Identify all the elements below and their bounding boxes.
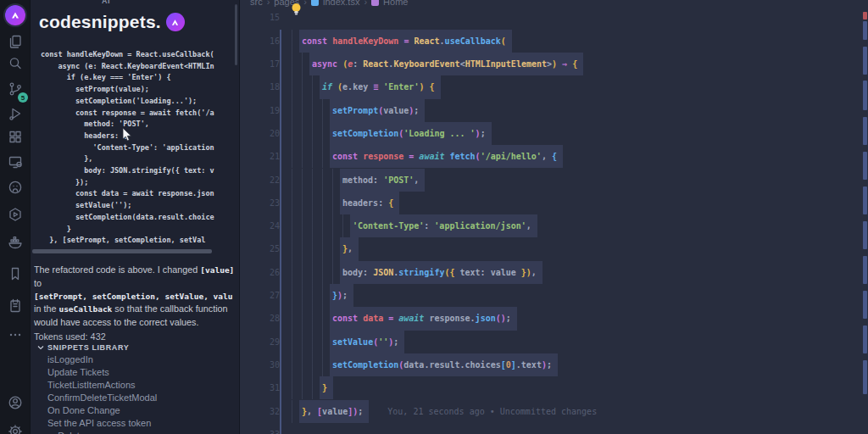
code-line-25[interactable]: 25},: [240, 237, 868, 260]
snippet-item[interactable]: Update Tickets: [31, 366, 240, 379]
code-line-26[interactable]: 26body: JSON.stringify({ text: value }),: [240, 261, 868, 284]
line-number: 22: [240, 169, 280, 192]
code-line-27[interactable]: 27});: [240, 284, 868, 307]
inserted-code-highlight: body: JSON.stringify({ text: value }),: [340, 261, 542, 284]
code-line-33[interactable]: 33: [240, 423, 868, 434]
sidebar-scrollbar[interactable]: [235, 4, 237, 65]
indent-guides: [292, 376, 322, 399]
remote-explorer-icon[interactable]: [0, 151, 31, 173]
docker-icon[interactable]: [0, 231, 31, 253]
more-ellipsis-icon[interactable]: [0, 324, 31, 346]
breadcrumb-separator: ›: [364, 0, 367, 7]
indent-guides: [292, 237, 342, 260]
code-line-28[interactable]: 28const data = await response.json();: [240, 307, 868, 330]
explanation-line: [setPrompt, setCompletion, setValue, val…: [34, 290, 234, 303]
settings-gear-icon[interactable]: [0, 420, 31, 434]
code-line-15[interactable]: 15: [240, 6, 868, 29]
breadcrumb[interactable]: src›pages›index.tsx›Home: [250, 0, 408, 8]
snippet-item[interactable]: Set the API access token: [31, 417, 240, 430]
indent-guides: [292, 122, 332, 145]
line-number: 33: [240, 423, 280, 434]
code-line-31[interactable]: 31}: [240, 376, 868, 399]
notebook-icon[interactable]: [0, 295, 31, 317]
files-icon[interactable]: [0, 31, 31, 53]
codesnippets-logo-icon[interactable]: [5, 5, 25, 25]
editor-pane[interactable]: src›pages›index.tsx›Home 1516const handl…: [240, 0, 868, 434]
indent-guides: [292, 261, 342, 284]
lightbulb-icon[interactable]: [291, 3, 302, 16]
chevron-down-icon: [37, 344, 44, 351]
chat-code-line: async (e: React.KeyboardEvent<HTMLIn: [41, 61, 234, 73]
breadcrumb-separator: ›: [303, 0, 307, 7]
breadcrumb-separator: ›: [267, 0, 270, 7]
code-line-18[interactable]: 18if (e.key ≡ 'Enter') {: [240, 75, 868, 98]
inserted-code-highlight: }: [320, 376, 333, 399]
snippets-library-header[interactable]: SNIPPETS LIBRARY: [31, 341, 240, 353]
code-line-17[interactable]: 17async (e: React.KeyboardEvent<HTMLInpu…: [240, 53, 868, 75]
snippets-library-list: isLoggedInUpdate TicketsTicketListItemAc…: [31, 353, 240, 434]
inserted-code-highlight: async (e: React.KeyboardEvent<HTMLInputE…: [309, 53, 583, 75]
code-line-23[interactable]: 23headers: {: [240, 192, 868, 214]
source-control-icon[interactable]: 5: [0, 78, 31, 100]
vscode-window: 5 AI codesnippets. const handleKeyDown =…: [0, 0, 868, 434]
code-line-20[interactable]: 20setCompletion('Loading ... ');: [240, 122, 868, 145]
ruler-change-mark: [863, 360, 867, 394]
source-control-badge: 5: [18, 92, 28, 103]
breadcrumb-item[interactable]: index.tsx: [323, 0, 359, 7]
breadcrumb-item[interactable]: Home: [383, 0, 408, 7]
brand-title: codesnippets.: [39, 12, 161, 32]
explanation-line: in the useCallback so that the callback …: [34, 303, 234, 316]
line-number: 16: [240, 30, 280, 53]
bookmark-icon[interactable]: [0, 263, 31, 285]
ruler-change-mark: [863, 186, 867, 214]
code-line-24[interactable]: 24'Content-Type': 'application/json',: [240, 214, 868, 237]
account-icon[interactable]: [0, 392, 31, 414]
code-line-32[interactable]: 32}, [value]);You, 21 seconds ago • Unco…: [240, 400, 868, 423]
code-line-29[interactable]: 29setValue('');: [240, 331, 868, 353]
github-icon[interactable]: [0, 176, 31, 198]
inserted-code-highlight: 'Content-Type': 'application/json',: [350, 214, 537, 237]
line-number: 30: [240, 353, 280, 376]
chat-code-line: if (e.key === 'Enter') {: [41, 72, 234, 84]
snippet-item[interactable]: ConfirmDeleteTicketModal: [31, 392, 240, 404]
code-line-21[interactable]: 21const response = await fetch('/api/hel…: [240, 145, 868, 168]
run-debug-icon[interactable]: [0, 103, 31, 125]
git-blame-annotation: You, 21 seconds ago • Uncommitted change…: [387, 407, 597, 416]
code-line-16[interactable]: 16const handleKeyDown = React.useCallbac…: [240, 30, 868, 53]
chat-code-line: setValue('');: [41, 200, 234, 212]
code-line-19[interactable]: 19setPrompt(value);: [240, 99, 868, 122]
breadcrumb-item[interactable]: src: [250, 0, 263, 7]
ai-chat-code-block[interactable]: const handleKeyDown = React.useCallback(…: [41, 49, 234, 247]
code-line-22[interactable]: 22method: 'POST',: [240, 169, 868, 192]
ruler-change-mark: [863, 117, 867, 145]
hexagon-play-icon[interactable]: [0, 203, 31, 225]
indent-guides: [292, 99, 332, 122]
code-lines[interactable]: 1516const handleKeyDown = React.useCallb…: [240, 0, 868, 434]
search-icon[interactable]: [0, 53, 31, 75]
snippet-item[interactable]: On Done Change: [31, 404, 240, 417]
line-number: 15: [240, 6, 280, 29]
inserted-code-highlight: const data = await response.json();: [330, 307, 517, 330]
indent-guides: [292, 331, 332, 353]
ruler-change-mark: [863, 21, 867, 40]
chat-code-line: 'Content-Type': 'application: [41, 142, 234, 154]
ai-explanation-text: The refactored code is above. I changed …: [34, 264, 234, 329]
sidebar-section-label: AI: [102, 0, 110, 5]
chat-code-line: setCompletion('Loading...');: [41, 96, 234, 108]
explanation-line: would have access to the correct values.: [34, 316, 234, 329]
snippet-item[interactable]: isLoggedIn: [31, 353, 240, 366]
indent-guides: [292, 145, 332, 168]
line-number: 25: [240, 237, 280, 260]
line-number: 20: [240, 122, 280, 145]
code-line-30[interactable]: 30setCompletion(data.result.choices[0].t…: [240, 353, 868, 376]
line-number: 19: [240, 99, 280, 122]
snippet-item[interactable]: TicketListItemActions: [31, 379, 240, 392]
extensions-icon[interactable]: [0, 126, 31, 148]
snippet-item[interactable]: onDelete: [31, 430, 240, 434]
overview-ruler[interactable]: [862, 0, 868, 434]
inserted-code-highlight: headers: {: [340, 192, 399, 214]
ruler-change-mark: [863, 47, 867, 75]
line-number: 21: [240, 145, 280, 168]
code-block-hscrollbar[interactable]: [32, 249, 212, 253]
ruler-change-mark: [863, 221, 867, 249]
